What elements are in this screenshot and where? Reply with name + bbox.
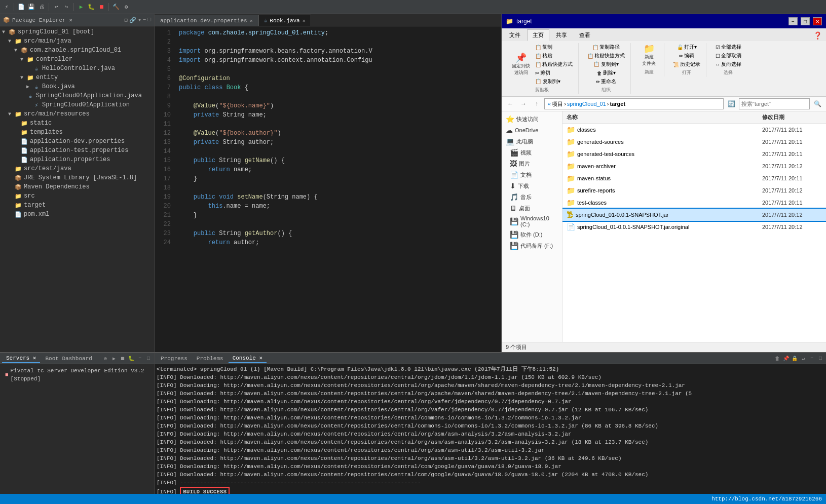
tab-book-java[interactable]: ☕ Book.java ✕ (258, 15, 311, 26)
ribbon-btn-paste-shortcut2[interactable]: 📋粘贴快捷方式 (586, 52, 626, 60)
sidebar-item-music[interactable]: 🎵 音乐 (502, 191, 562, 203)
toolbar-icon-debug[interactable]: 🐛 (87, 3, 96, 12)
code-content[interactable]: package com.zhaole.springCloud_01.entity… (175, 26, 501, 352)
sidebar-item-downloads[interactable]: ⬇ 下载 (502, 180, 562, 191)
ribbon-btn-invert-selection[interactable]: ↔反向选择 (714, 60, 743, 68)
tree-item-src[interactable]: 📁 src (0, 191, 154, 201)
sidebar-item-drivd[interactable]: 💾 软件 (D:) (502, 229, 562, 240)
tree-item-app-test[interactable]: 📄 application-test.properties (0, 146, 154, 155)
back-btn[interactable]: ← (505, 99, 516, 109)
file-row-gen-test-sources[interactable]: 📁generated-test-sources 2017/7/11 20:11 (562, 148, 826, 160)
file-row-maven-archiver[interactable]: 📁maven-archiver 2017/7/11 20:12 (562, 160, 826, 172)
pin-console-icon[interactable]: 📌 (782, 356, 790, 362)
ribbon-btn-deselect-all[interactable]: ☐全部取消 (714, 52, 743, 60)
word-wrap-icon[interactable]: ↵ (800, 356, 807, 362)
code-editor[interactable]: 12345 678910 1112131415 1617181920 21222… (155, 26, 501, 352)
ribbon-btn-paste-shortcut[interactable]: 📋 粘贴快捷方式 (534, 60, 574, 68)
file-row-maven-status[interactable]: 📁maven-status 2017/7/11 20:11 (562, 172, 826, 184)
breadcrumb-target[interactable]: target (610, 101, 626, 107)
view-menu-icon[interactable]: ▾ (138, 17, 141, 23)
tab-progress[interactable]: Progress (157, 354, 192, 363)
tree-item-maven-deps[interactable]: 📦 Maven Dependencies (0, 182, 154, 191)
ribbon-btn-select-all[interactable]: ☑全部选择 (714, 43, 743, 51)
help-icon[interactable]: ❓ (813, 31, 822, 40)
file-row-jar[interactable]: 🗜springCloud_01-0.0.1-SNAPSHOT.jar 2017/… (562, 209, 826, 221)
stop-server-icon[interactable]: ⏹ (119, 356, 126, 362)
win-close-btn[interactable]: ✕ (813, 17, 822, 25)
tree-item-static[interactable]: 📁 static (0, 119, 154, 128)
sidebar-item-desktop[interactable]: 🖥 桌面 (502, 203, 562, 214)
tree-item-jre[interactable]: 📦 JRE System Library [JavaSE-1.8] (0, 173, 154, 182)
start-server-icon[interactable]: ▶ (110, 356, 118, 362)
sidebar-item-quickaccess[interactable]: ⭐ 快速访问 (502, 113, 562, 125)
toolbar-icon-new[interactable]: 📄 (17, 3, 26, 12)
tree-item-springapp[interactable]: ☕ SpringCloud01Application.java (0, 91, 154, 100)
breadcrumb-item[interactable]: « (548, 101, 551, 107)
sidebar-item-documents[interactable]: 📄 文档 (502, 169, 562, 180)
address-bar[interactable]: « 项目 › springCloud_01 › target (544, 98, 724, 109)
package-tree[interactable]: ▼ 📦 springCloud_01 [boot] ▼ 📁 src/main/j… (0, 26, 154, 352)
tree-item-src-main-res[interactable]: ▼ 📁 src/main/resources (0, 109, 154, 119)
tree-item-target[interactable]: 📁 target (0, 201, 154, 210)
maximize-icon[interactable]: □ (147, 17, 151, 23)
toolbar-icon-build[interactable]: 🔨 (111, 3, 121, 12)
file-row-test-classes[interactable]: 📁test-classes 2017/7/11 20:11 (562, 197, 826, 209)
search-input[interactable] (739, 98, 810, 109)
file-row-gen-sources[interactable]: 📁generated-sources 2017/7/11 20:11 (562, 136, 826, 148)
collapse-all-icon[interactable]: ⊟ (125, 17, 128, 23)
debug-server-icon[interactable]: 🐛 (128, 356, 135, 362)
tree-item-spring01[interactable]: ▼ 📦 springCloud_01 [boot] (0, 27, 154, 36)
ribbon-tab-share[interactable]: 共享 (550, 29, 573, 41)
tab-problems[interactable]: Problems (193, 354, 228, 363)
toolbar-icon-print[interactable]: 🖨 (37, 3, 46, 12)
toolbar-icon-save[interactable]: 💾 (27, 3, 36, 12)
ribbon-btn-copy-to[interactable]: 📋 复制到▾ (534, 77, 574, 86)
toolbar-icon-undo[interactable]: ↩ (52, 3, 61, 12)
tree-item-app-dev[interactable]: 📄 application-dev.properties (0, 137, 154, 146)
tree-item-pom[interactable]: 📄 pom.xml (0, 210, 154, 219)
win-file-list[interactable]: 名称 修改日期 📁classes 2017/7/11 20:11 📁genera… (562, 111, 826, 342)
sidebar-item-thispc[interactable]: 💻 此电脑 (502, 136, 562, 147)
clear-console-icon[interactable]: 🗑 (774, 356, 781, 362)
tree-item-controller[interactable]: ▼ 📁 controller (0, 55, 154, 64)
forward-btn[interactable]: → (518, 99, 529, 109)
toolbar-icon-redo[interactable]: ↪ (62, 3, 71, 12)
sidebar-item-pictures[interactable]: 🖼 图片 (502, 158, 562, 169)
sidebar-item-drivf[interactable]: 💾 代码备库 (F:) (502, 240, 562, 251)
win-minimize-btn[interactable]: − (789, 17, 798, 25)
search-btn[interactable]: 🔍 (812, 99, 823, 109)
ribbon-btn-open[interactable]: 🔓打开▾ (675, 43, 698, 51)
toolbar-icon-settings[interactable]: ⚙ (122, 3, 131, 12)
tree-item-package[interactable]: ▼ 📦 com.zhaole.springCloud_01 (0, 46, 154, 55)
up-btn[interactable]: ↑ (531, 99, 542, 109)
ribbon-btn-cut[interactable]: ✂ 剪切 (534, 69, 574, 77)
tree-item-book[interactable]: ▶ ☕ Book.java (0, 82, 154, 91)
refresh-btn[interactable]: 🔄 (726, 99, 737, 109)
ribbon-btn-copy-to2[interactable]: 📋 复制到▾ (592, 60, 620, 68)
server-item-pivotal[interactable]: ■ Pivotal tc Server Developer Edition v3… (2, 365, 152, 384)
tab-close-icon[interactable]: ✕ (303, 18, 306, 24)
tab-app-dev-properties[interactable]: application-dev.properties ✕ (155, 15, 258, 26)
sidebar-item-onedrive[interactable]: ☁ OneDrive (502, 125, 562, 136)
ribbon-btn-pin[interactable]: 📌 固定到快速访问 (510, 52, 532, 77)
tab-boot-dashboard[interactable]: Boot Dashboard (41, 354, 96, 363)
ribbon-btn-rename[interactable]: ✏重命名 (594, 77, 618, 86)
minimize-icon[interactable]: − (143, 17, 146, 23)
ribbon-btn-new-folder[interactable]: 📁 新建文件夹 (640, 43, 658, 68)
link-editor-icon[interactable]: 🔗 (129, 17, 136, 23)
ribbon-btn-history[interactable]: 📜历史记录 (671, 60, 702, 68)
tree-item-templates[interactable]: 📁 templates (0, 128, 154, 137)
tab-console[interactable]: Console ✕ (229, 354, 267, 363)
tree-item-hellocontroller[interactable]: ☕ HelloController.java (0, 64, 154, 73)
ribbon-btn-copy[interactable]: 📋 复制 (534, 43, 574, 51)
scroll-lock-icon[interactable]: 🔒 (791, 356, 798, 362)
ribbon-btn-copy-path[interactable]: 📋复制路径 (591, 43, 621, 51)
tree-item-app-props[interactable]: 📄 application.properties (0, 155, 154, 164)
ribbon-btn-edit[interactable]: ✏编辑 (678, 52, 696, 60)
tree-item-springapp-class[interactable]: ⚡ SpringCloud01Application (0, 100, 154, 109)
tab-servers[interactable]: Servers ✕ (2, 354, 40, 363)
tree-item-entity[interactable]: ▼ 📁 entity (0, 73, 154, 82)
maximize-bottom-left-icon[interactable]: □ (145, 356, 152, 362)
new-server-icon[interactable]: ⊕ (102, 356, 109, 362)
sidebar-item-drivc[interactable]: 💾 Windows10 (C:) (502, 214, 562, 229)
